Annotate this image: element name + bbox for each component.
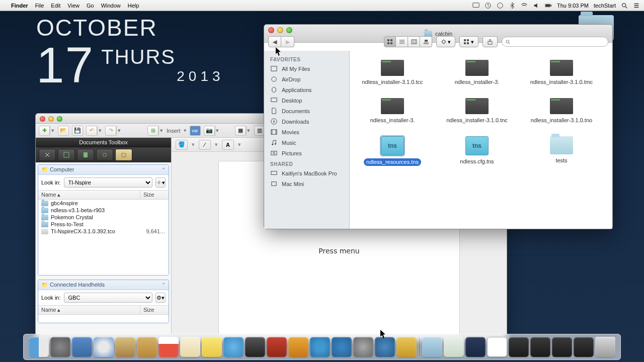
sidebar-item-airdrop[interactable]: AirDrop [264, 74, 349, 84]
icon-view-button[interactable] [384, 36, 396, 47]
app-menu[interactable]: Finder [11, 3, 28, 9]
list-item[interactable]: TI-NspireCX-3.1.0.392.tco9,641… [38, 228, 169, 235]
minimize-button[interactable] [277, 27, 283, 33]
dock-preview-icon[interactable] [115, 337, 135, 357]
file-item[interactable]: ndless_installer-3. [444, 60, 510, 86]
sidebar-item-applications[interactable]: Applications [264, 84, 349, 95]
list-item[interactable]: ndless-v3.1-beta-r903 [38, 207, 169, 214]
save-button[interactable]: 💾 [72, 126, 83, 136]
gear-button[interactable]: ⚙▾ [155, 293, 166, 303]
menu-go[interactable]: Go [87, 3, 94, 9]
file-item[interactable]: ndless_installer-3.1.0.tno [529, 98, 594, 124]
list-view-button[interactable] [396, 36, 408, 47]
dock-finder-icon[interactable] [29, 337, 49, 357]
list-item[interactable]: gbc4nspire [38, 200, 169, 207]
back-button[interactable]: ◀ [268, 36, 281, 47]
close-button[interactable] [268, 27, 274, 33]
dock-facetime-icon[interactable] [245, 337, 265, 357]
action-button[interactable]: ▾ [436, 36, 455, 47]
dock-app-icon[interactable] [396, 337, 417, 357]
redo-button[interactable]: ↷ [105, 126, 116, 136]
dock-min-window-1[interactable] [465, 337, 486, 357]
dock-mail-icon[interactable] [137, 337, 157, 357]
forward-button[interactable]: ▶ [281, 36, 294, 47]
new-doc-button[interactable]: ✚ [39, 126, 50, 136]
toolbox-tab-5[interactable] [115, 149, 132, 161]
insert-button[interactable]: ⊞ [147, 126, 158, 136]
menu-edit[interactable]: Edit [51, 3, 60, 9]
file-item[interactable]: tnsndless_resources.tns [360, 136, 425, 166]
handhelds-panel-head[interactable]: 📁 Connected Handhelds⌃ [38, 280, 169, 290]
search-field[interactable] [502, 37, 608, 47]
lookin-select-2[interactable]: GBC [64, 293, 152, 303]
menu-file[interactable]: File [35, 3, 44, 9]
dock-min-window-3[interactable] [509, 337, 529, 357]
dock-min-window-4[interactable] [530, 337, 550, 357]
dock-photobooth-icon[interactable] [267, 337, 287, 357]
column-headers[interactable]: Name ▴Size [38, 305, 169, 315]
text-color-button[interactable]: A [222, 140, 234, 150]
minimize-button[interactable] [48, 116, 54, 122]
zoom-button[interactable] [57, 116, 62, 122]
sidebar-item-music[interactable]: Music [264, 137, 349, 148]
display-icon[interactable] [472, 2, 479, 9]
toolbox-tab-3[interactable] [77, 149, 94, 161]
var-button[interactable]: var [190, 126, 201, 136]
dock-min-window-6[interactable] [574, 337, 594, 357]
coverflow-view-button[interactable] [420, 36, 432, 47]
dock-reminders-icon[interactable] [180, 337, 200, 357]
dock-itunes-icon[interactable] [310, 337, 330, 357]
dock-appstore-icon[interactable] [332, 337, 352, 357]
spotlight-icon[interactable] [621, 2, 628, 9]
volume-icon[interactable] [533, 2, 540, 9]
dock-quicktime-icon[interactable] [375, 337, 395, 357]
battery-icon[interactable] [545, 2, 552, 9]
capture-button[interactable]: 📷 [204, 126, 215, 136]
dock-missioncontrol-icon[interactable] [72, 337, 92, 357]
sync-icon[interactable] [497, 2, 504, 9]
gear-button[interactable]: ▾ [155, 177, 166, 188]
sidebar-item-shared-1[interactable]: Kaitlyn's MacBook Pro [264, 168, 349, 178]
dock-min-window-2[interactable] [487, 337, 507, 357]
wifi-icon[interactable] [521, 2, 528, 9]
close-button[interactable] [40, 116, 45, 122]
notifications-icon[interactable] [633, 2, 640, 9]
dock-notes-icon[interactable] [202, 337, 222, 357]
dock-applications-folder[interactable] [422, 337, 442, 357]
computer-file-list[interactable]: gbc4nspirendless-v3.1-beta-r903Pokemon C… [38, 200, 169, 275]
dock-iphoto-icon[interactable] [288, 337, 308, 357]
column-headers[interactable]: Name ▴Size [38, 190, 169, 200]
toolbox-tab-4[interactable] [96, 149, 113, 161]
file-item[interactable]: ndless_installer-3.1.0.tnc [444, 98, 510, 124]
file-item[interactable]: ndless_installer-3. [360, 98, 425, 124]
toolbox-tab-1[interactable] [39, 149, 56, 161]
bluetooth-icon[interactable] [509, 2, 516, 9]
dock-settings-icon[interactable] [353, 337, 373, 357]
sidebar-item-movies[interactable]: Movies [264, 127, 349, 137]
dock-launchpad-icon[interactable] [50, 337, 70, 357]
menubar-user[interactable]: techStart [594, 3, 616, 9]
computer-panel-head[interactable]: 📁 Computer⌃ [38, 165, 169, 175]
sidebar-item-documents[interactable]: Documents [264, 106, 349, 116]
arrange-button[interactable]: ▾ [459, 36, 478, 47]
menu-view[interactable]: View [67, 3, 79, 9]
file-item[interactable]: tnsndless.cfg.tns [444, 136, 510, 166]
sidebar-item-downloads[interactable]: Downloads [264, 116, 349, 127]
dock-calendar-icon[interactable] [158, 337, 179, 357]
layout-button[interactable]: ▦ [235, 126, 246, 136]
open-button[interactable]: 📂 [58, 126, 69, 136]
menu-help[interactable]: Help [128, 3, 139, 9]
finder-titlebar[interactable]: calcbin ◀ ▶ ▾ ▾ [264, 25, 612, 43]
file-item[interactable]: ndless_installer-3.1.0.tcc [360, 60, 425, 86]
dock-min-window-5[interactable] [552, 337, 572, 357]
share-button[interactable] [482, 36, 498, 47]
fill-button[interactable]: 🪣 [176, 140, 188, 150]
file-item[interactable]: tests [529, 136, 594, 166]
timemachine-icon[interactable] [485, 2, 492, 9]
list-item[interactable]: Pokemon Crystal [38, 214, 169, 221]
column-view-button[interactable] [408, 36, 420, 47]
sidebar-item-pictures[interactable]: Pictures [264, 148, 349, 158]
toolbox-tab-2[interactable] [58, 149, 75, 161]
zoom-button[interactable] [286, 27, 292, 33]
sidebar-item-allmyfiles[interactable]: All My Files [264, 63, 349, 74]
